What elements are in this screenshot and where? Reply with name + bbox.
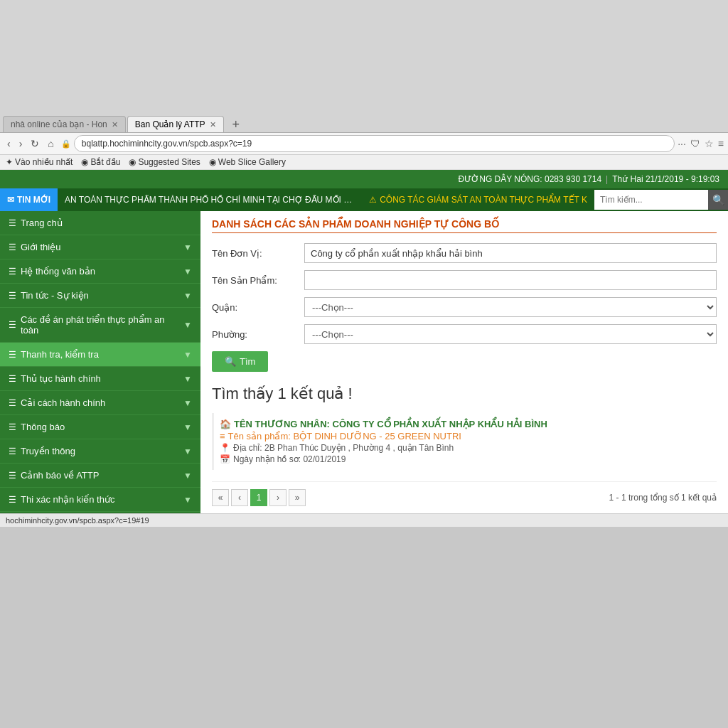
chevron-down-icon-9: ▼ xyxy=(183,446,192,456)
sidebar-item-truyen-thong[interactable]: ☰ Truyền thông ▼ xyxy=(0,439,200,464)
bookmark-vao-nhieu-nhat[interactable]: ✦ Vào nhiều nhất xyxy=(6,157,73,167)
list-icon-8: ☰ xyxy=(9,422,16,432)
list-icon-3: ☰ xyxy=(9,291,16,301)
bookmark-bat-dau[interactable]: ◉ Bắt đầu xyxy=(81,157,120,167)
sidebar-item-de-an[interactable]: ☰ Các đề án phát triển thực phẩm an toàn… xyxy=(0,308,200,343)
result-product-0: ≡ Tên sản phẩm: BỘT DINH DƯỠNG - 25 GREE… xyxy=(220,431,717,441)
star-bookmark-icon: ✦ xyxy=(6,157,13,167)
sidebar-item-gioi-thieu[interactable]: ☰ Giới thiệu ▼ xyxy=(0,235,200,259)
sidebar-item-cai-cach[interactable]: ☰ Cải cách hành chính ▼ xyxy=(0,391,200,415)
sidebar-item-thi-xac-nhan[interactable]: ☰ Thi xác nhận kiến thức ▼ xyxy=(0,488,200,512)
san-pham-input[interactable] xyxy=(304,270,717,290)
tab-bar: nhà online của bạn - Hon ✕ Ban Quản lý A… xyxy=(0,110,728,133)
list-icon-result: ≡ xyxy=(220,431,225,441)
chevron-down-icon-1: ▼ xyxy=(183,242,192,252)
sidebar-panel-icon[interactable]: ≡ xyxy=(718,138,724,149)
circle-bookmark-icon-1: ◉ xyxy=(81,157,88,167)
forward-button[interactable]: › xyxy=(16,136,26,151)
search-form-label: Tìm xyxy=(240,356,255,367)
search-area: 🔍 xyxy=(594,190,728,210)
chevron-down-icon-3: ▼ xyxy=(183,291,192,301)
bookmark-suggested[interactable]: ◉ Suggested Sites xyxy=(129,157,200,167)
house-icon: 🏠 xyxy=(220,419,231,429)
bookmark-bat-dau-label: Bắt đầu xyxy=(90,157,120,167)
search-button-news[interactable]: 🔍 xyxy=(708,190,728,210)
page-next-button[interactable]: › xyxy=(269,489,287,506)
chevron-down-icon-6: ▼ xyxy=(183,374,192,384)
chevron-down-icon-5: ▼ xyxy=(183,350,192,360)
bookmark-vao-nhieu-nhat-label: Vào nhiều nhất xyxy=(15,157,73,167)
list-icon-6: ☰ xyxy=(9,374,16,384)
sidebar-label-1: Giới thiệu xyxy=(21,242,60,252)
sidebar-item-thong-bao[interactable]: ☰ Thông báo ▼ xyxy=(0,415,200,439)
tab-active[interactable]: Ban Quản lý ATTP ✕ xyxy=(127,116,224,132)
sidebar-label-11: Thi xác nhận kiến thức xyxy=(21,494,114,505)
address-input[interactable] xyxy=(74,135,675,152)
pin-icon: 📍 xyxy=(220,443,230,453)
san-pham-label: Tên Sản Phẩm: xyxy=(212,275,304,286)
sidebar-label-2: Hệ thống văn bản xyxy=(21,266,95,277)
circle-bookmark-icon-3: ◉ xyxy=(209,157,216,167)
chevron-down-icon-4: ▼ xyxy=(183,320,192,330)
sidebar-label-4: Các đề án phát triển thực phẩm an toàn xyxy=(21,314,183,336)
result-merchant-0: 🏠 TÊN THƯƠNG NHÂN: CÔNG TY CỔ PHẦN XUẤT … xyxy=(220,419,717,429)
quan-select[interactable]: ---Chọn--- xyxy=(304,297,717,317)
chevron-down-icon-11: ▼ xyxy=(183,495,192,505)
sidebar-label-5: Thanh tra, kiểm tra xyxy=(21,349,99,360)
back-button[interactable]: ‹ xyxy=(4,136,14,151)
page-controls: « ‹ 1 › » xyxy=(212,489,306,506)
sidebar-label-3: Tin tức - Sự kiện xyxy=(21,290,89,301)
top-space xyxy=(0,0,728,110)
home-button[interactable]: ⌂ xyxy=(45,136,56,151)
sidebar-item-he-thong[interactable]: ☰ Hệ thống văn bản ▼ xyxy=(0,259,200,284)
result-address-0: 📍 Địa chỉ: 2B Phan Thúc Duyện , Phường 4… xyxy=(220,443,717,453)
shield-icon: 🛡 xyxy=(690,138,700,149)
sidebar-item-canh-bao[interactable]: ☰ Cảnh báo về ATTP ▼ xyxy=(0,464,200,488)
page-last-button[interactable]: » xyxy=(289,489,306,506)
result-count-text: Tìm thấy 1 kết quả ! xyxy=(212,385,717,403)
bookmarks-bar: ✦ Vào nhiều nhất ◉ Bắt đầu ◉ Suggested S… xyxy=(0,155,728,170)
status-bar: hochiminhcity.gov.vn/spcb.aspx?c=19#19 xyxy=(0,513,728,527)
tab-close-active[interactable]: ✕ xyxy=(210,120,216,129)
news-bar: ✉ TIN MỚI AN TOÀN THỰC PHẨM THÀNH PHỐ HỒ… xyxy=(0,188,728,211)
sidebar-label-10: Cảnh báo về ATTP xyxy=(21,470,99,481)
new-tab-button[interactable]: + xyxy=(228,117,245,132)
tab-close-inactive[interactable]: ✕ xyxy=(112,120,118,129)
list-icon-0: ☰ xyxy=(9,218,16,228)
search-form-button[interactable]: 🔍 Tìm xyxy=(212,351,268,372)
don-vi-input[interactable] xyxy=(304,243,717,263)
page-title: DANH SÁCH CÁC SẢN PHẨM DOANH NGHIỆP TỰ C… xyxy=(212,218,717,233)
sidebar-item-thanh-tra[interactable]: ☰ Thanh tra, kiểm tra ▼ xyxy=(0,343,200,367)
sidebar-label-8: Thông báo xyxy=(21,422,65,432)
star-icon[interactable]: ☆ xyxy=(705,138,714,149)
sidebar-label-7: Cải cách hành chính xyxy=(21,397,105,408)
status-url: hochiminhcity.gov.vn/spcb.aspx?c=19#19 xyxy=(6,516,149,525)
result-item-0: 🏠 TÊN THƯƠNG NHÂN: CÔNG TY CỔ PHẦN XUẤT … xyxy=(212,413,717,470)
sidebar-label-0: Trang chủ xyxy=(21,218,63,228)
chevron-down-icon-8: ▼ xyxy=(183,422,192,432)
tin-moi-label: TIN MỚI xyxy=(17,195,50,205)
more-options-icon[interactable]: ··· xyxy=(678,138,686,149)
sidebar-item-trang-chu[interactable]: ☰ Trang chủ xyxy=(0,211,200,235)
content-area: ĐƯỜNG DÂY NÓNG: 0283 930 1714 | Thứ Hai … xyxy=(0,170,728,513)
phuong-select[interactable]: ---Chọn--- xyxy=(304,324,717,344)
page-prev-button[interactable]: ‹ xyxy=(231,489,248,506)
bookmark-web-slice[interactable]: ◉ Web Slice Gallery xyxy=(209,157,286,167)
tab-inactive[interactable]: nhà online của bạn - Hon ✕ xyxy=(3,116,126,132)
result-date-0: 📅 Ngày nhận hồ sơ: 02/01/2019 xyxy=(220,454,717,464)
green-header: ĐƯỜNG DÂY NÓNG: 0283 930 1714 | Thứ Hai … xyxy=(0,170,728,188)
circle-bookmark-icon-2: ◉ xyxy=(129,157,136,167)
sidebar-item-thu-tuc[interactable]: ☰ Thủ tục hành chính ▼ xyxy=(0,367,200,391)
search-input[interactable] xyxy=(594,190,708,210)
search-form-icon: 🔍 xyxy=(225,356,236,367)
page-first-button[interactable]: « xyxy=(212,489,229,506)
list-icon-4: ☰ xyxy=(9,320,16,330)
result-product-label-0: Tên sản phẩm: BỘT DINH DƯỠNG - 25 GREEN … xyxy=(228,431,461,441)
chevron-down-icon-7: ▼ xyxy=(183,398,192,408)
sidebar-item-tin-tuc[interactable]: ☰ Tin tức - Sự kiện ▼ xyxy=(0,284,200,308)
refresh-button[interactable]: ↻ xyxy=(28,136,42,151)
sidebar-label-6: Thủ tục hành chính xyxy=(21,373,101,384)
form-row-quan: Quận: ---Chọn--- xyxy=(212,297,717,317)
chevron-down-icon-10: ▼ xyxy=(183,471,192,481)
page-current-button[interactable]: 1 xyxy=(250,489,267,506)
